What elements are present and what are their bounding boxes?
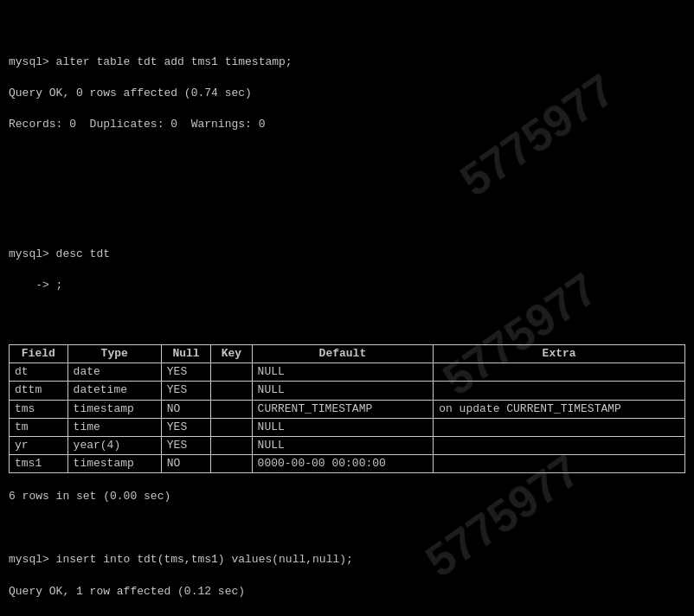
desc-cell-0-5 — [434, 363, 685, 382]
desc-cell-5-3 — [211, 455, 252, 473]
desc-cell-4-5 — [434, 436, 685, 454]
desc-cell-2-2: NO — [161, 400, 210, 418]
alter-block: mysql> alter table tdt add tms1 timestam… — [9, 38, 685, 148]
desc-cell-2-0: tms — [10, 400, 68, 418]
desc-col-type: Type — [67, 344, 161, 363]
desc-cell-1-1: datetime — [67, 382, 161, 400]
desc-cell-4-2: YES — [161, 436, 210, 454]
desc-row-2: tmstimestampNOCURRENT_TIMESTAMPon update… — [10, 400, 685, 418]
desc-cell-1-3 — [211, 382, 252, 400]
desc-row-3: tmtimeYESNULL — [10, 418, 685, 436]
desc-header-row: Field Type Null Key Default Extra — [10, 344, 685, 363]
alter-result: Query OK, 0 rows affected (0.74 sec) — [9, 86, 685, 101]
blank2 — [9, 521, 685, 536]
desc-cell-2-4: CURRENT_TIMESTAMP — [252, 400, 434, 418]
desc-cell-1-2: YES — [161, 382, 210, 400]
desc-cell-1-4: NULL — [252, 382, 434, 400]
desc-cell-3-1: time — [67, 418, 161, 436]
desc-col-null: Null — [161, 344, 210, 363]
desc-col-default: Default — [252, 344, 434, 363]
desc-cell-3-5 — [434, 418, 685, 436]
desc-row-1: dttmdatetimeYESNULL — [10, 382, 685, 400]
desc-cell-2-3 — [211, 400, 252, 418]
desc-col-extra: Extra — [434, 344, 685, 363]
desc-cell-2-1: timestamp — [67, 400, 161, 418]
terminal: mysql> alter table tdt add tms1 timestam… — [9, 7, 685, 344]
desc-cell-3-0: tm — [10, 418, 68, 436]
desc-cell-0-2: YES — [161, 363, 210, 382]
desc-cell-1-5 — [434, 382, 685, 400]
desc-cell-0-1: date — [67, 363, 161, 382]
desc-cell-0-4: NULL — [252, 363, 434, 382]
desc-cell-5-5 — [434, 455, 685, 473]
desc-row-4: yryear(4)YESNULL — [10, 436, 685, 454]
desc-cell-2-5: on update CURRENT_TIMESTAMP — [434, 400, 685, 418]
insert1-cmd: mysql> insert into tdt(tms,tms1) values(… — [9, 552, 685, 568]
desc-cell-4-3 — [211, 436, 252, 454]
terminal2: 6 rows in set (0.00 sec) mysql> insert i… — [9, 473, 685, 616]
desc-cell-1-0: dttm — [10, 382, 68, 400]
desc-col-field: Field — [10, 344, 68, 363]
desc-row-5: tms1timestampNO0000-00-00 00:00:00 — [10, 455, 685, 473]
alter-records: Records: 0 Duplicates: 0 Warnings: 0 — [9, 117, 685, 132]
desc-cmd: mysql> desc tdt — [9, 247, 685, 262]
desc-col-key: Key — [211, 344, 252, 363]
desc-row-0: dtdateYESNULL — [10, 363, 685, 382]
desc-cell-3-3 — [211, 418, 252, 436]
desc-cell-5-2: NO — [161, 455, 210, 473]
insert1-result: Query OK, 1 row affected (0.12 sec) — [9, 584, 685, 600]
blank1 — [9, 183, 685, 199]
desc-block: mysql> desc tdt -> ; — [9, 231, 685, 310]
desc-cell-4-0: yr — [10, 436, 68, 454]
desc-cell-5-4: 0000-00-00 00:00:00 — [252, 455, 434, 473]
desc-cell-5-0: tms1 — [10, 455, 68, 473]
desc-cell-0-3 — [211, 363, 252, 382]
desc-footer: 6 rows in set (0.00 sec) — [9, 489, 685, 504]
desc-table: Field Type Null Key Default Extra dtdate… — [9, 344, 685, 473]
desc-cell-3-4: NULL — [252, 418, 434, 436]
desc-cell-0-0: dt — [10, 363, 68, 382]
desc-cell-4-1: year(4) — [67, 436, 161, 454]
desc-cell-3-2: YES — [161, 418, 210, 436]
alter-cmd: mysql> alter table tdt add tms1 timestam… — [9, 55, 685, 70]
desc-arrow: -> ; — [9, 278, 685, 293]
desc-cell-5-1: timestamp — [67, 455, 161, 473]
desc-cell-4-4: NULL — [252, 436, 434, 454]
